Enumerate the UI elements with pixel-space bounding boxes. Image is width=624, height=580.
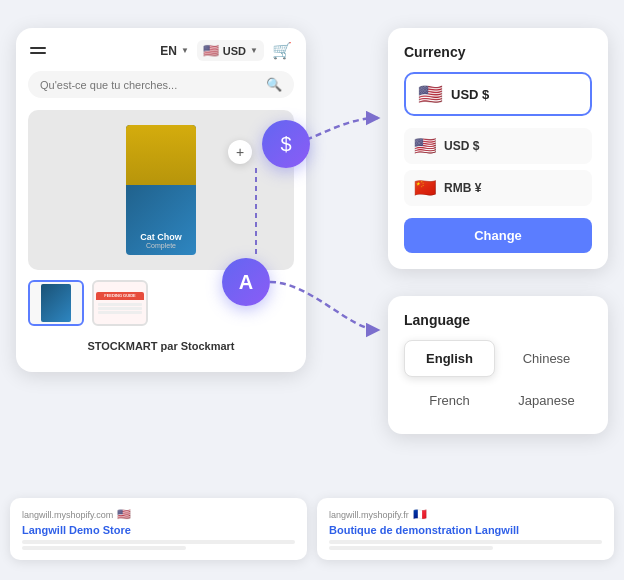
product-image-area: Cat Chow Complete [28, 110, 294, 270]
locale-arrow: ▼ [181, 46, 189, 55]
store-lines-fr [329, 540, 602, 550]
store-cards: langwill.myshopify.com 🇺🇸 Langwill Demo … [10, 498, 614, 560]
store-card-en: langwill.myshopify.com 🇺🇸 Langwill Demo … [10, 498, 307, 560]
currency-panel: Currency 🇺🇸 USD $ 🇺🇸 USD $ 🇨🇳 RMB ¥ Chan… [388, 28, 608, 269]
cart-icon[interactable]: 🛒 [272, 41, 292, 60]
store-name-en[interactable]: Langwill Demo Store [22, 524, 295, 536]
product-sub: Complete [146, 242, 176, 249]
locale-code: EN [160, 44, 177, 58]
search-input[interactable] [40, 79, 258, 91]
usd-label: USD $ [444, 139, 479, 153]
selected-currency-label: USD $ [451, 87, 489, 102]
currency-arrow: ▼ [250, 46, 258, 55]
change-currency-button[interactable]: Change [404, 218, 592, 253]
rmb-flag: 🇨🇳 [414, 177, 436, 199]
locale-selector[interactable]: EN ▼ [160, 44, 189, 58]
currency-float-button[interactable]: $ [262, 120, 310, 168]
product-brand: Cat Chow [140, 233, 182, 242]
language-panel-title: Language [404, 312, 592, 328]
hamburger-icon[interactable] [30, 47, 46, 54]
currency-option-usd[interactable]: 🇺🇸 USD $ [404, 128, 592, 164]
language-float-button[interactable]: A [222, 258, 270, 306]
currency-selector[interactable]: 🇺🇸 USD ▼ [197, 40, 264, 61]
currency-option-rmb[interactable]: 🇨🇳 RMB ¥ [404, 170, 592, 206]
usd-flag: 🇺🇸 [414, 135, 436, 157]
language-grid: English Chinese French Japanese [404, 340, 592, 418]
dollar-symbol: $ [280, 133, 291, 156]
lang-option-english[interactable]: English [404, 340, 495, 377]
language-panel: Language English Chinese French Japanese [388, 296, 608, 434]
thumb-product[interactable] [28, 280, 84, 326]
currency-selected-display: 🇺🇸 USD $ [404, 72, 592, 116]
currency-code: USD [223, 45, 246, 57]
product-title: STOCKMART par Stockmart [28, 340, 294, 352]
product-title-area: STOCKMART par Stockmart [28, 336, 294, 360]
selected-currency-flag: 🇺🇸 [418, 82, 443, 106]
search-bar: 🔍 [28, 71, 294, 98]
guide-header-text: FEEDING GUIDE [104, 293, 136, 298]
mobile-mockup: EN ▼ 🇺🇸 USD ▼ 🛒 🔍 Cat Chow Complete [16, 28, 306, 372]
thumb-guide[interactable]: FEEDING GUIDE [92, 280, 148, 326]
store-name-fr[interactable]: Boutique de demonstration Langwill [329, 524, 602, 536]
lang-option-french[interactable]: French [404, 383, 495, 418]
lang-option-chinese[interactable]: Chinese [501, 340, 592, 377]
store-url-fr: langwill.myshopify.fr 🇫🇷 [329, 508, 602, 521]
store-card-fr: langwill.myshopify.fr 🇫🇷 Boutique de dem… [317, 498, 614, 560]
currency-panel-title: Currency [404, 44, 592, 60]
add-button[interactable]: + [228, 140, 252, 164]
product-box: Cat Chow Complete [126, 125, 196, 255]
search-icon: 🔍 [266, 77, 282, 92]
mobile-top-bar: EN ▼ 🇺🇸 USD ▼ 🛒 [28, 40, 294, 61]
store-lines-en [22, 540, 295, 550]
store-url-en: langwill.myshopify.com 🇺🇸 [22, 508, 295, 521]
rmb-label: RMB ¥ [444, 181, 481, 195]
lang-option-japanese[interactable]: Japanese [501, 383, 592, 418]
currency-flag: 🇺🇸 [203, 43, 219, 58]
lang-symbol: A [239, 271, 253, 294]
